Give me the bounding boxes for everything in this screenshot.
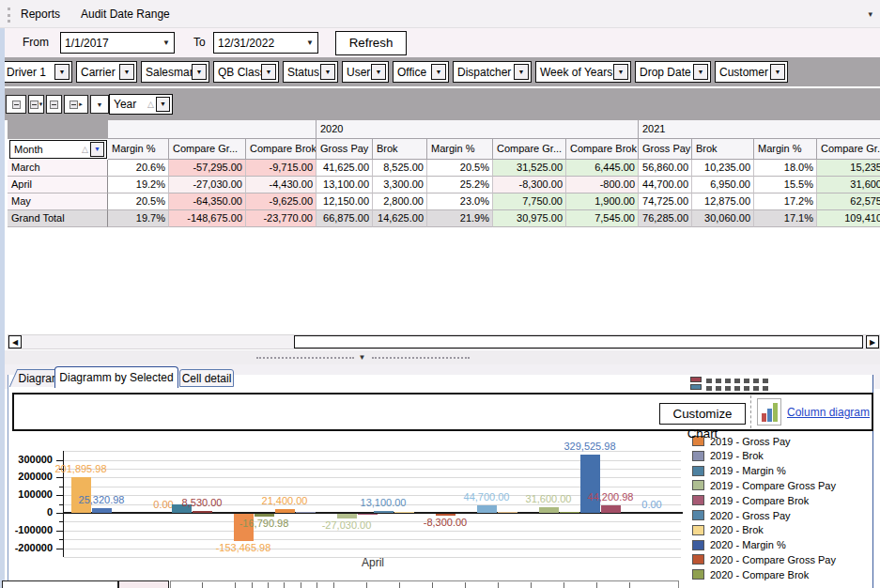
grid-cell[interactable]: 21.9% (427, 210, 493, 227)
column-header-compare-gr-[interactable]: Compare Gr... (493, 139, 566, 160)
column-band-2020[interactable]: 2020 (316, 120, 639, 139)
grid-cell[interactable]: 30,975.00 (493, 210, 566, 227)
grid-cell[interactable]: 56,860.00 (639, 160, 692, 177)
grid-cell[interactable]: -27,030.00 (169, 177, 246, 193)
grid-cell[interactable]: 15.5% (754, 177, 817, 193)
grid-cell[interactable]: -9,715.00 (246, 160, 316, 177)
grid-cell[interactable]: 6,950.00 (692, 177, 754, 193)
grid-cell[interactable]: 14,625.00 (373, 210, 427, 227)
column-header-margin-[interactable]: Margin % (108, 139, 169, 160)
menu-reports[interactable]: Reports (17, 7, 64, 23)
scroll-left-icon[interactable]: ◀ (8, 335, 22, 348)
column-header-margin-[interactable]: Margin % (427, 139, 493, 160)
column-header-compare-brok[interactable]: Compare Brok (566, 139, 639, 160)
grid-cell[interactable]: 18.0% (754, 160, 817, 177)
row-header-grand-total[interactable]: Grand Total (8, 210, 108, 227)
grid-cell[interactable]: 7,750.00 (493, 193, 566, 210)
filter-dropdown-icon[interactable]: ▼ (770, 64, 785, 80)
filter-field-user[interactable]: User▼ (342, 61, 389, 83)
filter-dropdown-icon[interactable]: ▼ (156, 97, 170, 112)
grid-cell[interactable]: 31,600 (817, 177, 880, 193)
splitter-collapse-icon[interactable]: ▼ (355, 352, 369, 364)
grid-cell[interactable]: 20.5% (108, 193, 169, 210)
grid-cell[interactable]: 15,235 (817, 160, 880, 177)
filter-field-dispatcher[interactable]: Dispatcher▼ (453, 61, 532, 83)
column-header-compare-gr-[interactable]: Compare Gr... (169, 139, 246, 160)
row-header-april[interactable]: April (8, 177, 108, 193)
column-header-gross-pay[interactable]: Gross Pay (316, 139, 373, 160)
grid-cell[interactable]: 76,285.00 (639, 210, 692, 227)
grid-cell[interactable]: 25.2% (427, 177, 493, 193)
filter-dropdown-icon[interactable]: ▼ (371, 64, 386, 80)
grid-cell[interactable]: 31,525.00 (493, 160, 566, 177)
grid-cell[interactable]: -9,625.00 (246, 193, 316, 210)
collapse-level-button[interactable]: ▾ (28, 95, 44, 114)
expand-all-button[interactable]: ▸ (64, 95, 88, 114)
grid-cell[interactable]: 62,575 (817, 193, 880, 210)
grid-cell[interactable]: -57,295.00 (169, 160, 246, 177)
filter-dropdown-icon[interactable]: ▼ (54, 64, 69, 80)
grid-cell[interactable]: 20.6% (108, 160, 169, 177)
grid-cell[interactable]: 12,150.00 (316, 193, 373, 210)
refresh-button[interactable]: Refresh (335, 31, 407, 55)
from-date-combo[interactable]: 1/1/2017 ▼ (60, 32, 175, 54)
grid-cell[interactable]: 20.5% (427, 160, 493, 177)
filter-field-office[interactable]: Office▼ (393, 61, 449, 83)
customize-chart-button[interactable]: Customize Chart (659, 403, 746, 425)
grid-cell[interactable]: 74,725.00 (639, 193, 692, 210)
row-field-month[interactable]: Month△▼ (9, 140, 107, 159)
column-header-gross-pay[interactable]: Gross Pay (639, 139, 692, 160)
filter-dropdown-icon[interactable]: ▼ (119, 64, 134, 80)
grid-cell[interactable]: 19.2% (108, 177, 169, 193)
grid-cell[interactable]: -800.00 (566, 177, 639, 193)
grid-cell[interactable]: 6,445.00 (566, 160, 639, 177)
filter-dropdown-icon[interactable]: ▼ (261, 64, 276, 80)
grid-cell[interactable]: 1,900.00 (566, 193, 639, 210)
tab-cell-detail[interactable]: Cell detail (179, 369, 234, 387)
column-header-compare-gr-[interactable]: Compare Gr. (817, 139, 880, 160)
filter-field-status[interactable]: Status▼ (283, 61, 338, 83)
grid-cell[interactable]: 3,300.00 (373, 177, 427, 193)
grid-cell[interactable]: 17.2% (754, 193, 817, 210)
menu-audit-date-range[interactable]: Audit Date Range (77, 7, 174, 23)
grid-cell[interactable]: 19.7% (108, 210, 169, 227)
row-header-march[interactable]: March (8, 160, 108, 177)
grid-cell[interactable]: 8,525.00 (373, 160, 427, 177)
column-band-prev-year[interactable] (108, 120, 316, 139)
filter-dropdown-icon[interactable]: ▼ (693, 64, 708, 80)
filter-field-week-of-years[interactable]: Week of Years▼ (535, 61, 631, 83)
grid-cell[interactable]: 12,875.00 (692, 193, 754, 210)
grid-cell[interactable]: 2,800.00 (373, 193, 427, 210)
filter-dropdown-icon[interactable]: ▼ (613, 64, 628, 80)
grid-cell[interactable]: -8,300.00 (493, 177, 566, 193)
filter-dropdown-icon[interactable]: ▼ (320, 64, 335, 80)
filter-dropdown-icon[interactable]: ▼ (192, 64, 207, 80)
scroll-right-icon[interactable]: ▶ (866, 335, 879, 348)
filter-field-salesman[interactable]: Salesman▼ (141, 61, 209, 83)
collapse-all-button[interactable] (6, 95, 26, 114)
grid-cell[interactable]: -148,675.00 (169, 210, 246, 227)
grid-cell[interactable]: 23.0% (427, 193, 493, 210)
grid-cell[interactable]: 41,625.00 (316, 160, 373, 177)
to-date-combo[interactable]: 12/31/2022 ▼ (213, 32, 318, 54)
chevron-down-icon[interactable]: ▼ (302, 39, 317, 47)
expand-level-button[interactable] (46, 95, 62, 114)
column-header-margin-[interactable]: Margin % (754, 139, 817, 160)
row-header-may[interactable]: May (8, 193, 108, 210)
column-band-2021[interactable]: 2021 (639, 120, 880, 139)
column-field-year[interactable]: Year △ ▼ (109, 94, 173, 115)
column-header-brok[interactable]: Brok (692, 139, 754, 160)
grid-cell[interactable]: 30,060.00 (692, 210, 754, 227)
grid-cell[interactable]: -23,770.00 (246, 210, 316, 227)
filter-dropdown-icon[interactable]: ▼ (514, 64, 529, 80)
grid-cell[interactable]: 17.1% (754, 210, 817, 227)
column-chart-icon[interactable] (757, 398, 781, 426)
filter-field-carrier[interactable]: Carrier▼ (76, 61, 137, 83)
toolbar-overflow-icon[interactable]: ▾ (868, 9, 872, 19)
splitter-grip[interactable] (372, 357, 470, 361)
grid-cell[interactable]: -64,350.00 (169, 193, 246, 210)
grid-cell[interactable]: 44,700.00 (639, 177, 692, 193)
toolbar-grip[interactable] (8, 8, 11, 23)
filter-field-driver-1[interactable]: Driver 1▼ (2, 61, 72, 83)
horizontal-scrollbar[interactable]: ◀ ▶ (8, 334, 880, 349)
